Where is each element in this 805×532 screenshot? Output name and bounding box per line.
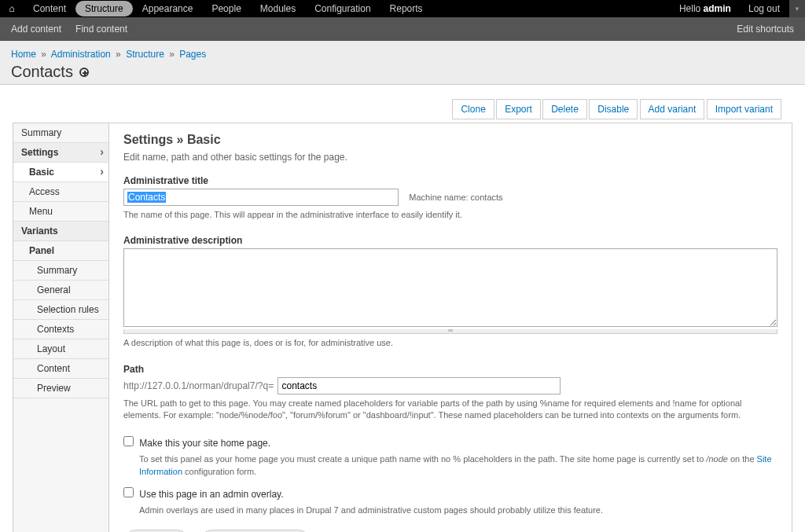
admin-title-help: The name of this page. This will appear … (123, 209, 777, 221)
overlay-checkbox-label: Use this page in an admin overlay. (139, 489, 283, 500)
overlay-help: Admin overlays are used in many places i… (139, 504, 777, 517)
admin-title-label: Administrative title (123, 175, 777, 186)
section-title: Settings » Basic (123, 133, 777, 147)
crumb-pages[interactable]: Pages (179, 49, 206, 60)
toolbar-appearance[interactable]: Appearance (133, 1, 203, 17)
toolbar-toggle-icon[interactable]: ▼ (789, 0, 805, 17)
path-help: The URL path to get to this page. You ma… (123, 398, 777, 422)
crumb-structure[interactable]: Structure (126, 49, 164, 60)
action-add-variant[interactable]: Add variant (640, 99, 705, 119)
settings-content: Settings » Basic Edit name, path and oth… (109, 123, 792, 532)
side-basic[interactable]: Basic (13, 163, 108, 182)
homepage-checkbox[interactable] (123, 436, 134, 446)
action-clone[interactable]: Clone (452, 99, 494, 119)
shortcut-bar: Add content Find content Edit shortcuts (0, 17, 805, 41)
side-panel-contexts[interactable]: Contexts (13, 320, 108, 339)
side-menu[interactable]: Menu (13, 202, 108, 222)
resize-grip-icon[interactable]: ═ (123, 329, 777, 334)
breadcrumb-bar: Home » Administration » Structure » Page… (0, 41, 805, 85)
action-delete[interactable]: Delete (542, 99, 587, 119)
side-panel-summary[interactable]: Summary (13, 261, 108, 281)
side-panel[interactable]: Panel (13, 241, 108, 261)
side-panel-general[interactable]: General (13, 281, 108, 300)
crumb-administration[interactable]: Administration (51, 49, 111, 60)
admin-desc-label: Administrative description (123, 235, 777, 246)
action-import-variant[interactable]: Import variant (707, 99, 781, 119)
machine-name: Machine name: contacts (409, 193, 502, 202)
admin-desc-textarea[interactable] (123, 248, 777, 327)
crumb-home[interactable]: Home (11, 49, 36, 60)
action-disable[interactable]: Disable (589, 99, 638, 119)
side-settings[interactable]: Settings (13, 143, 108, 163)
toolbar-structure[interactable]: Structure (75, 1, 133, 17)
settings-sidebar: Summary Settings Basic Access Menu Varia… (13, 123, 109, 532)
side-variants[interactable]: Variants (13, 222, 108, 241)
side-panel-content[interactable]: Content (13, 359, 108, 379)
shortcut-find-content[interactable]: Find content (75, 24, 127, 35)
edit-shortcuts-link[interactable]: Edit shortcuts (737, 24, 794, 35)
side-panel-layout[interactable]: Layout (13, 339, 108, 359)
path-prefix: http://127.0.0.1/norman/drupal7/?q= (123, 380, 274, 391)
side-summary[interactable]: Summary (13, 123, 108, 143)
homepage-help: To set this panel as your home page you … (139, 453, 777, 479)
path-label: Path (123, 364, 777, 375)
home-icon[interactable]: ⌂ (0, 3, 24, 14)
toolbar-people[interactable]: People (202, 1, 250, 17)
side-panel-selection-rules[interactable]: Selection rules (13, 300, 108, 320)
page-title: Contacts (11, 63, 79, 81)
toolbar-reports[interactable]: Reports (380, 1, 432, 17)
admin-title-input[interactable] (123, 189, 399, 206)
side-access[interactable]: Access (13, 182, 108, 202)
toolbar-modules[interactable]: Modules (251, 1, 305, 17)
overlay-checkbox[interactable] (123, 487, 134, 497)
action-tabs: Clone Export Delete Disable Add variant … (13, 99, 781, 119)
hello-user: Hello admin (671, 3, 739, 14)
shortcut-add-content[interactable]: Add content (11, 24, 61, 35)
path-input[interactable] (278, 377, 561, 394)
add-icon[interactable] (79, 68, 89, 77)
homepage-checkbox-label: Make this your site home page. (139, 438, 270, 449)
side-panel-preview[interactable]: Preview (13, 379, 108, 398)
admin-desc-help: A description of what this page is, does… (123, 337, 777, 349)
breadcrumb: Home » Administration » Structure » Page… (11, 49, 794, 60)
toolbar-content[interactable]: Content (24, 1, 75, 17)
admin-toolbar: ⌂ Content Structure Appearance People Mo… (0, 0, 805, 17)
section-intro: Edit name, path and other basic settings… (123, 152, 777, 163)
toolbar-configuration[interactable]: Configuration (305, 1, 380, 17)
action-export[interactable]: Export (496, 99, 541, 119)
logout-link[interactable]: Log out (739, 3, 789, 14)
